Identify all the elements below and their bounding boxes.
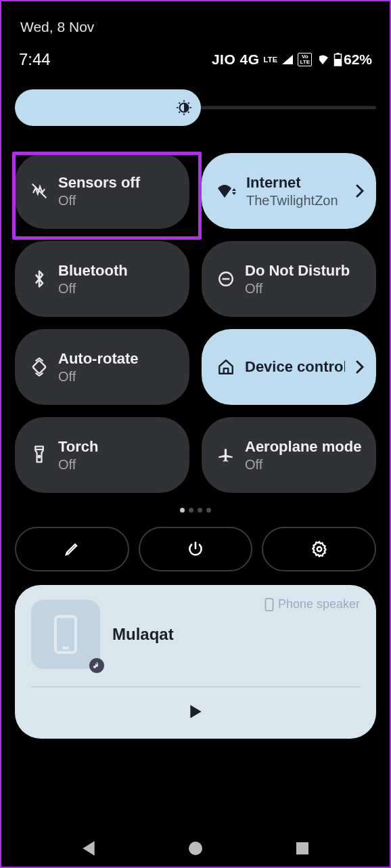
media-card[interactable]: Mulaqat Phone speaker — [15, 585, 376, 739]
home-icon — [216, 358, 235, 376]
tile-title: Auto-rotate — [58, 350, 177, 368]
dnd-icon — [216, 270, 235, 288]
tile-sensors-off[interactable]: Sensors off Off — [15, 153, 189, 229]
tile-subtitle: Off — [245, 457, 364, 473]
carrier-label: JIO 4G — [212, 51, 260, 68]
tile-title: Internet — [246, 174, 345, 192]
chevron-right-icon — [356, 184, 364, 198]
svg-rect-6 — [32, 360, 46, 374]
svg-rect-12 — [296, 842, 308, 854]
media-title: Mulaqat — [112, 625, 174, 644]
clock-time: 7:44 — [19, 50, 51, 69]
auto-rotate-icon — [30, 357, 49, 376]
tile-device-controls[interactable]: Device controls — [202, 329, 376, 405]
tile-aeroplane-mode[interactable]: Aeroplane mode Off — [202, 417, 376, 493]
media-artwork — [31, 600, 100, 669]
tile-auto-rotate[interactable]: Auto-rotate Off — [15, 329, 189, 405]
svg-point-7 — [39, 456, 41, 458]
torch-icon — [30, 445, 49, 465]
tile-torch[interactable]: Torch Off — [15, 417, 189, 493]
svg-point-11 — [189, 842, 202, 855]
tile-subtitle: TheTwilightZon — [246, 193, 345, 209]
sensors-off-icon — [30, 182, 49, 200]
wifi-status-icon — [316, 54, 329, 65]
airplane-icon — [216, 446, 235, 464]
svg-rect-3 — [334, 59, 341, 66]
footer-shortcuts — [15, 527, 376, 571]
tile-bluetooth[interactable]: Bluetooth Off — [15, 241, 189, 317]
brightness-slider[interactable] — [15, 89, 376, 126]
wifi-icon — [216, 182, 237, 200]
tile-subtitle: Off — [245, 281, 364, 297]
phone-icon — [52, 614, 79, 655]
tile-subtitle: Off — [58, 369, 177, 385]
status-bar: 7:44 JIO 4G LTE VoLTE 62% — [15, 35, 376, 69]
tile-title: Do Not Disturb — [245, 262, 364, 280]
tile-title: Device controls — [245, 358, 345, 376]
page-indicator — [15, 508, 376, 516]
settings-button[interactable] — [262, 527, 376, 571]
tile-title: Sensors off — [58, 174, 177, 192]
volte-icon: VoLTE — [298, 53, 312, 66]
tile-subtitle: Off — [58, 457, 177, 473]
svg-rect-10 — [265, 599, 273, 611]
bluetooth-icon — [30, 269, 49, 288]
nav-recents-button[interactable] — [292, 838, 313, 859]
tile-do-not-disturb[interactable]: Do Not Disturb Off — [202, 241, 376, 317]
navigation-bar — [1, 838, 390, 859]
tile-subtitle: Off — [58, 193, 177, 209]
battery-indicator: 62% — [334, 51, 372, 68]
lte-label: LTE — [264, 56, 278, 64]
tile-internet[interactable]: Internet TheTwilightZon — [202, 153, 376, 229]
quick-settings-grid: Sensors off Off Internet TheTwilightZon — [15, 153, 376, 493]
svg-rect-0 — [317, 56, 319, 61]
media-play-button[interactable] — [31, 703, 360, 720]
tile-title: Bluetooth — [58, 262, 177, 280]
power-button[interactable] — [139, 527, 253, 571]
tile-subtitle: Off — [58, 281, 177, 297]
signal-icon — [281, 54, 294, 65]
svg-point-8 — [317, 547, 321, 552]
nav-home-button[interactable] — [185, 838, 206, 859]
nav-back-button[interactable] — [78, 838, 99, 859]
edit-tiles-button[interactable] — [15, 527, 129, 571]
date-label: Wed, 8 Nov — [15, 1, 376, 35]
music-badge-icon — [89, 658, 104, 673]
tile-title: Torch — [58, 438, 177, 456]
chevron-right-icon — [356, 360, 364, 374]
tile-title: Aeroplane mode — [245, 438, 364, 456]
brightness-icon — [175, 99, 193, 116]
media-output-button[interactable]: Phone speaker — [264, 597, 360, 611]
